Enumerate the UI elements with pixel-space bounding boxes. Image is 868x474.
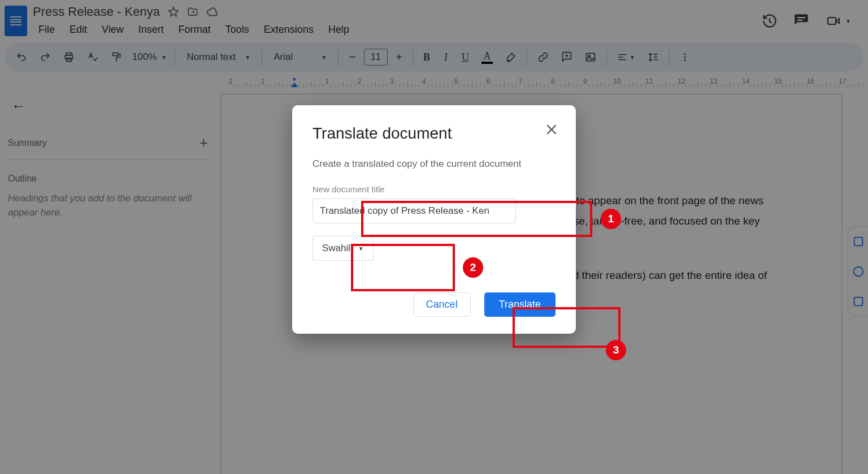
chevron-down-icon: ▼ xyxy=(358,245,364,252)
dialog-subtitle: Create a translated copy of the current … xyxy=(313,158,555,170)
translate-dialog: Translate document Create a translated c… xyxy=(292,105,576,334)
annotation-badge-2: 2 xyxy=(463,257,483,278)
cancel-button[interactable]: Cancel xyxy=(413,292,471,317)
close-icon[interactable] xyxy=(544,122,560,138)
new-title-input[interactable] xyxy=(313,199,516,223)
language-dropdown[interactable]: Swahili ▼ xyxy=(313,236,374,261)
annotation-badge-3: 3 xyxy=(606,340,626,360)
annotation-badge-1: 1 xyxy=(601,209,621,229)
new-title-label: New document title xyxy=(313,184,555,194)
dialog-title: Translate document xyxy=(313,124,555,143)
translate-button[interactable]: Translate xyxy=(484,292,555,317)
language-value: Swahili xyxy=(322,243,353,254)
